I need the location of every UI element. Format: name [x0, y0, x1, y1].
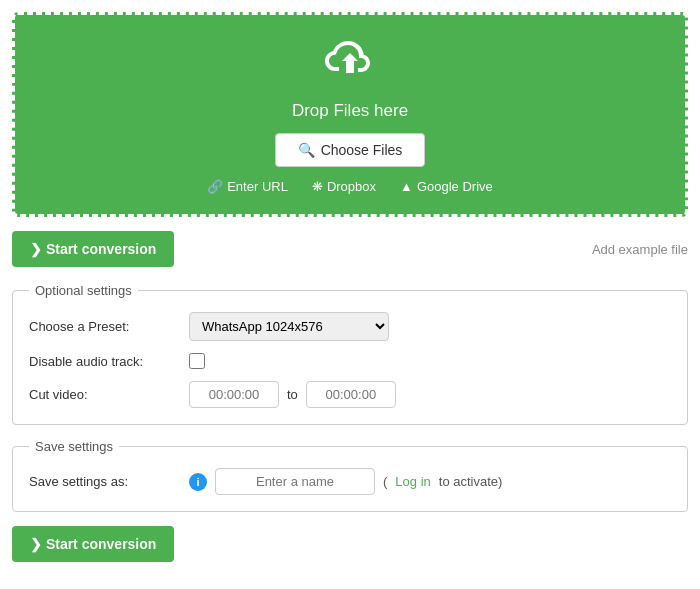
- dropbox-link[interactable]: ❋ Dropbox: [312, 179, 376, 194]
- cut-video-label: Cut video:: [29, 387, 179, 402]
- cut-video-row: Cut video: to: [29, 381, 671, 408]
- login-note-open: (: [383, 474, 387, 489]
- upload-icon: [35, 39, 665, 93]
- save-row-inputs: i ( Log in to activate): [189, 468, 502, 495]
- preset-label: Choose a Preset:: [29, 319, 179, 334]
- preset-row: Choose a Preset: WhatsApp 1024x576 Custo…: [29, 312, 671, 341]
- preset-select[interactable]: WhatsApp 1024x576 Custom Facebook 1080p …: [189, 312, 389, 341]
- save-name-input[interactable]: [215, 468, 375, 495]
- source-links: 🔗 Enter URL ❋ Dropbox ▲ Google Drive: [35, 179, 665, 194]
- time-inputs: to: [189, 381, 396, 408]
- svg-marker-0: [342, 53, 358, 73]
- google-drive-link[interactable]: ▲ Google Drive: [400, 179, 493, 194]
- enter-url-link[interactable]: 🔗 Enter URL: [207, 179, 288, 194]
- cut-to-input[interactable]: [306, 381, 396, 408]
- to-label: to: [287, 387, 298, 402]
- save-as-row: Save settings as: i ( Log in to activate…: [29, 468, 671, 495]
- drop-text: Drop Files here: [35, 101, 665, 121]
- start-conversion-button-top[interactable]: ❯ Start conversion: [12, 231, 174, 267]
- start-conversion-button-bottom[interactable]: ❯ Start conversion: [12, 526, 174, 562]
- link-icon: 🔗: [207, 179, 223, 194]
- save-settings-panel: Save settings Save settings as: i ( Log …: [12, 439, 688, 512]
- login-note-close: to activate): [439, 474, 503, 489]
- disable-audio-row: Disable audio track:: [29, 353, 671, 369]
- optional-settings-legend: Optional settings: [29, 283, 138, 298]
- optional-settings-panel: Optional settings Choose a Preset: Whats…: [12, 283, 688, 425]
- disable-audio-checkbox[interactable]: [189, 353, 205, 369]
- cut-from-input[interactable]: [189, 381, 279, 408]
- choose-files-button[interactable]: 🔍 Choose Files: [275, 133, 426, 167]
- disable-audio-label: Disable audio track:: [29, 354, 179, 369]
- bottom-bar: ❯ Start conversion: [12, 526, 688, 562]
- action-bar: ❯ Start conversion Add example file: [12, 231, 688, 267]
- dropbox-icon: ❋: [312, 179, 323, 194]
- search-icon: 🔍: [298, 142, 315, 158]
- add-example-link[interactable]: Add example file: [592, 242, 688, 257]
- info-icon[interactable]: i: [189, 473, 207, 491]
- save-settings-legend: Save settings: [29, 439, 119, 454]
- drop-zone[interactable]: Drop Files here 🔍 Choose Files 🔗 Enter U…: [12, 12, 688, 217]
- save-as-label: Save settings as:: [29, 474, 179, 489]
- google-drive-icon: ▲: [400, 179, 413, 194]
- login-link[interactable]: Log in: [395, 474, 430, 489]
